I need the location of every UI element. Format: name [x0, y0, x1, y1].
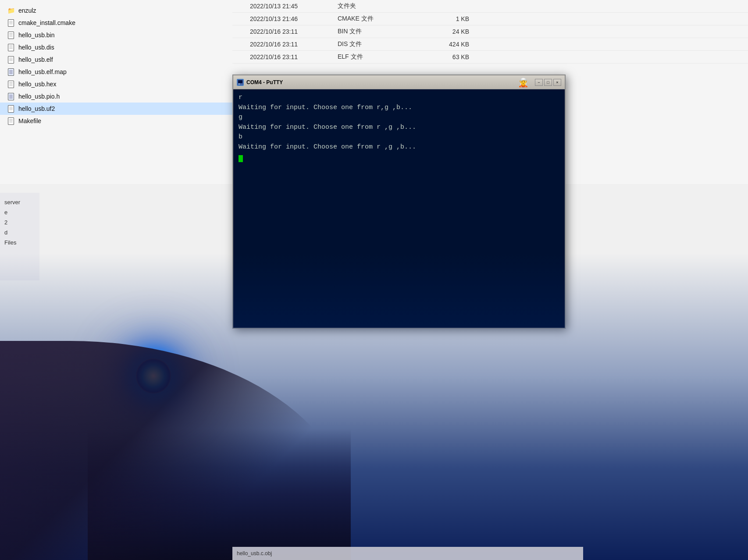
file-date: 2022/10/13 21:46: [250, 15, 338, 22]
file-date: 2022/10/16 23:11: [250, 53, 338, 60]
page-icon: [7, 31, 15, 39]
file-item-elfmap[interactable]: hello_usb.elf.map: [0, 66, 232, 78]
page-icon: [7, 55, 15, 64]
sidebar-label-2: 2: [4, 217, 35, 227]
detail-row-5: 2022/10/16 23:11 ELF 文件 63 KB: [232, 51, 748, 64]
detail-row-3: 2022/10/16 23:11 BIN 文件 24 KB: [232, 25, 748, 38]
file-item-cmake[interactable]: cmake_install.cmake: [0, 17, 232, 29]
page-full-icon: [7, 92, 15, 101]
terminal-line-4: Waiting for input. Choose one from r ,g …: [239, 123, 559, 133]
putty-close-button[interactable]: ×: [553, 79, 561, 86]
file-name: cmake_install.cmake: [18, 19, 75, 26]
terminal-line-6: Waiting for input. Choose one from r ,g …: [239, 142, 559, 152]
putty-app-icon: [237, 79, 244, 86]
status-bar: hello_usb.c.obj: [232, 547, 583, 560]
putty-window-controls[interactable]: − □ ×: [535, 79, 561, 86]
sidebar-label-e: e: [4, 207, 35, 217]
file-item-enzulz[interactable]: 📁 enzulz: [0, 4, 232, 17]
file-name: hello_usb.bin: [18, 32, 55, 39]
file-type: DIS 文件: [338, 40, 425, 48]
svg-rect-2: [239, 83, 240, 85]
file-type: CMAKE 文件: [338, 15, 425, 23]
detail-row-4: 2022/10/16 23:11 DIS 文件 424 KB: [232, 38, 748, 51]
file-name: hello_usb.elf: [18, 56, 53, 63]
file-date: 2022/10/16 23:11: [250, 28, 338, 35]
file-type: 文件夹: [338, 2, 425, 10]
file-list-panel: 📁 enzulz cmake_install.cmake hello_usb.b…: [0, 0, 232, 184]
file-type: ELF 文件: [338, 53, 425, 61]
file-item-bin[interactable]: hello_usb.bin: [0, 29, 232, 41]
sidebar-label-d: d: [4, 227, 35, 237]
sidebar-labels: server e 2 d Files: [0, 193, 39, 280]
putty-titlebar[interactable]: COM4 - PuTTY 🧝 − □ ×: [233, 75, 565, 89]
file-item-uf2[interactable]: hello_usb.uf2: [0, 103, 232, 115]
page-icon: [7, 43, 15, 52]
detail-row-2: 2022/10/13 21:46 CMAKE 文件 1 KB: [232, 13, 748, 25]
putty-maximize-button[interactable]: □: [544, 79, 552, 86]
sidebar-label-server: server: [4, 197, 35, 207]
file-size: 63 KB: [425, 53, 469, 60]
file-item-makefile[interactable]: Makefile: [0, 115, 232, 127]
file-date: 2022/10/16 23:11: [250, 41, 338, 48]
sidebar-label-files: Files: [4, 237, 35, 248]
file-type: BIN 文件: [338, 28, 425, 35]
putty-window[interactable]: COM4 - PuTTY 🧝 − □ × r Waiting for input…: [232, 74, 566, 329]
file-name: hello_usb.dis: [18, 44, 54, 51]
file-size: 1 KB: [425, 15, 469, 22]
file-date: 2022/10/13 21:45: [250, 3, 338, 10]
folder-icon: 📁: [7, 6, 15, 15]
putty-title: COM4 - PuTTY: [246, 79, 515, 85]
terminal-line-3: g: [239, 113, 559, 123]
file-item-pioh[interactable]: hello_usb.pio.h: [0, 90, 232, 103]
page-icon: [7, 80, 15, 89]
detail-row-1: 2022/10/13 21:45 文件夹: [232, 0, 748, 13]
putty-terminal[interactable]: r Waiting for input. Choose one from r,g…: [233, 89, 565, 328]
terminal-cursor: [239, 155, 243, 162]
page-icon: [7, 117, 15, 125]
miku-decoration-icon: 🧝: [518, 77, 529, 88]
file-item-hex[interactable]: hello_usb.hex: [0, 78, 232, 90]
file-size: 24 KB: [425, 28, 469, 35]
svg-rect-1: [238, 80, 242, 83]
file-item-dis[interactable]: hello_usb.dis: [0, 41, 232, 53]
file-name: hello_usb.elf.map: [18, 68, 67, 75]
putty-minimize-button[interactable]: −: [535, 79, 543, 86]
file-name: enzulz: [18, 7, 36, 14]
file-name: hello_usb.pio.h: [18, 93, 60, 100]
file-name: Makefile: [18, 117, 41, 124]
terminal-line-5: b: [239, 132, 559, 142]
terminal-line-1: r: [239, 93, 559, 103]
file-name: hello_usb.uf2: [18, 105, 55, 112]
status-text: hello_usb.c.obj: [237, 550, 272, 556]
page-full-icon: [7, 67, 15, 76]
file-size: 424 KB: [425, 41, 469, 48]
terminal-line-2: Waiting for input. Choose one from r,g ,…: [239, 103, 559, 113]
file-item-elf[interactable]: hello_usb.elf: [0, 53, 232, 66]
page-icon: [7, 104, 15, 113]
page-icon: [7, 18, 15, 27]
file-name: hello_usb.hex: [18, 81, 56, 88]
